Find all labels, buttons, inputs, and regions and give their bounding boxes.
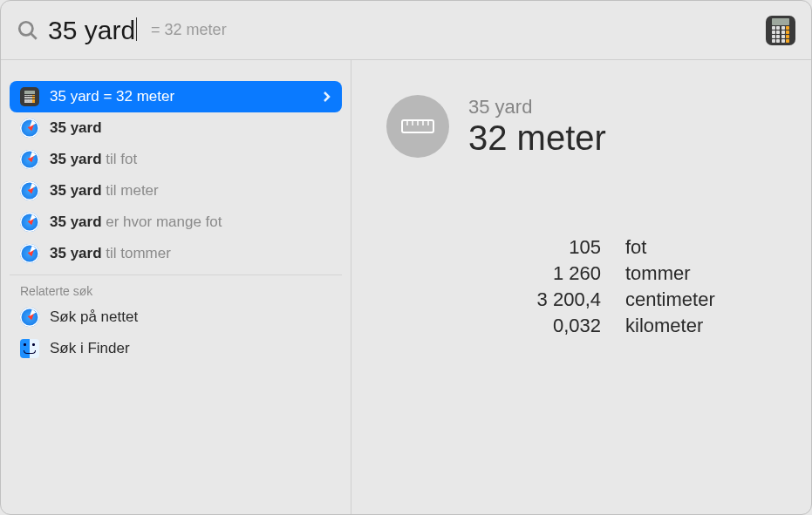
related-search-header: Relaterte søk xyxy=(10,274,342,302)
conversion-value: 3 200,4 xyxy=(456,288,601,311)
calculator-icon xyxy=(20,87,39,106)
safari-icon xyxy=(20,181,39,200)
search-hint: = 32 meter xyxy=(151,21,227,39)
result-label: 35 yard til tommer xyxy=(50,245,171,262)
content-area: 35 yard = 32 meter 35 yard 35 yard til f… xyxy=(1,60,811,514)
conversion-value: 105 xyxy=(456,236,601,259)
result-label: 35 yard xyxy=(50,119,102,137)
result-label: Søk i Finder xyxy=(50,340,130,357)
conversion-value: 0,032 xyxy=(456,315,601,337)
result-label: Søk på nettet xyxy=(50,308,138,326)
detail-panel: 35 yard 32 meter 105 fot 1 260 tommer 3 … xyxy=(351,60,811,514)
detail-header: 35 yard 32 meter xyxy=(386,95,776,158)
safari-icon xyxy=(20,308,39,327)
result-row-suggestion[interactable]: 35 yard til tommer xyxy=(10,238,342,269)
search-icon xyxy=(17,19,39,42)
conversion-unit: tommer xyxy=(625,262,770,285)
related-search-finder[interactable]: Søk i Finder xyxy=(10,333,342,364)
detail-titles: 35 yard 32 meter xyxy=(468,96,606,158)
conversion-table: 105 fot 1 260 tommer 3 200,4 centimeter … xyxy=(456,236,770,337)
results-sidebar: 35 yard = 32 meter 35 yard 35 yard til f… xyxy=(1,60,351,514)
result-row-suggestion[interactable]: 35 yard xyxy=(10,112,342,144)
result-label: 35 yard til fot xyxy=(50,151,137,168)
result-row-conversion[interactable]: 35 yard = 32 meter xyxy=(10,81,342,112)
conversion-value: 1 260 xyxy=(456,262,601,285)
conversion-unit: kilometer xyxy=(625,315,770,337)
chevron-right-icon xyxy=(323,91,331,103)
result-row-suggestion[interactable]: 35 yard til fot xyxy=(10,144,342,175)
search-query-text: 35 yard xyxy=(48,16,135,44)
ruler-icon xyxy=(386,95,449,158)
conversion-unit: centimeter xyxy=(625,288,770,311)
safari-icon xyxy=(20,119,39,138)
result-label: 35 yard er hvor mange fot xyxy=(50,213,222,231)
finder-icon xyxy=(20,339,39,358)
result-label: 35 yard = 32 meter xyxy=(50,88,174,105)
related-search-web[interactable]: Søk på nettet xyxy=(10,302,342,333)
svg-line-1 xyxy=(31,33,37,39)
safari-icon xyxy=(20,213,39,232)
text-cursor xyxy=(136,17,138,41)
calculator-app-icon[interactable] xyxy=(766,16,795,45)
safari-icon xyxy=(20,244,39,263)
detail-title: 32 meter xyxy=(468,119,606,158)
search-bar: 35 yard = 32 meter xyxy=(1,1,811,60)
search-input[interactable]: 35 yard xyxy=(48,16,135,45)
result-row-suggestion[interactable]: 35 yard til meter xyxy=(10,175,342,207)
detail-subtitle: 35 yard xyxy=(468,96,606,119)
result-row-suggestion[interactable]: 35 yard er hvor mange fot xyxy=(10,207,342,238)
result-label: 35 yard til meter xyxy=(50,182,159,200)
svg-point-0 xyxy=(19,22,32,35)
conversion-unit: fot xyxy=(625,236,770,259)
safari-icon xyxy=(20,150,39,169)
